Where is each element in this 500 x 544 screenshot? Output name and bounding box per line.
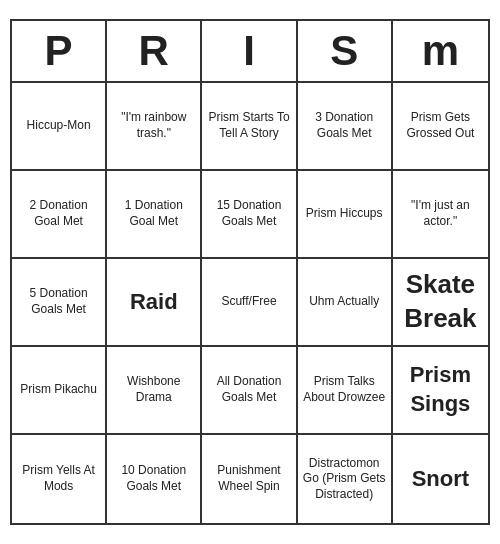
bingo-cell-7[interactable]: 15 Donation Goals Met	[202, 171, 297, 259]
header-letter-P: P	[12, 21, 107, 81]
header-letter-S: S	[298, 21, 393, 81]
bingo-cell-20[interactable]: Prism Yells At Mods	[12, 435, 107, 523]
bingo-cell-12[interactable]: Scuff/Free	[202, 259, 297, 347]
bingo-cell-22[interactable]: Punishment Wheel Spin	[202, 435, 297, 523]
bingo-card: PRISm Hiccup-Mon"I'm rainbow trash."Pris…	[10, 19, 490, 525]
bingo-cell-9[interactable]: "I'm just an actor."	[393, 171, 488, 259]
bingo-cell-14[interactable]: Skate Break	[393, 259, 488, 347]
bingo-cell-4[interactable]: Prism Gets Grossed Out	[393, 83, 488, 171]
bingo-cell-24[interactable]: Snort	[393, 435, 488, 523]
bingo-header: PRISm	[12, 21, 488, 83]
bingo-cell-1[interactable]: "I'm rainbow trash."	[107, 83, 202, 171]
bingo-grid: Hiccup-Mon"I'm rainbow trash."Prism Star…	[12, 83, 488, 523]
bingo-cell-17[interactable]: All Donation Goals Met	[202, 347, 297, 435]
bingo-cell-21[interactable]: 10 Donation Goals Met	[107, 435, 202, 523]
header-letter-m: m	[393, 21, 488, 81]
header-letter-R: R	[107, 21, 202, 81]
bingo-cell-11[interactable]: Raid	[107, 259, 202, 347]
bingo-cell-6[interactable]: 1 Donation Goal Met	[107, 171, 202, 259]
bingo-cell-5[interactable]: 2 Donation Goal Met	[12, 171, 107, 259]
bingo-cell-15[interactable]: Prism Pikachu	[12, 347, 107, 435]
bingo-cell-19[interactable]: Prism Sings	[393, 347, 488, 435]
bingo-cell-8[interactable]: Prism Hiccups	[298, 171, 393, 259]
bingo-cell-10[interactable]: 5 Donation Goals Met	[12, 259, 107, 347]
bingo-cell-3[interactable]: 3 Donation Goals Met	[298, 83, 393, 171]
bingo-cell-13[interactable]: Uhm Actually	[298, 259, 393, 347]
bingo-cell-23[interactable]: Distractomon Go (Prism Gets Distracted)	[298, 435, 393, 523]
bingo-cell-18[interactable]: Prism Talks About Drowzee	[298, 347, 393, 435]
header-letter-I: I	[202, 21, 297, 81]
bingo-cell-2[interactable]: Prism Starts To Tell A Story	[202, 83, 297, 171]
bingo-cell-0[interactable]: Hiccup-Mon	[12, 83, 107, 171]
bingo-cell-16[interactable]: Wishbone Drama	[107, 347, 202, 435]
